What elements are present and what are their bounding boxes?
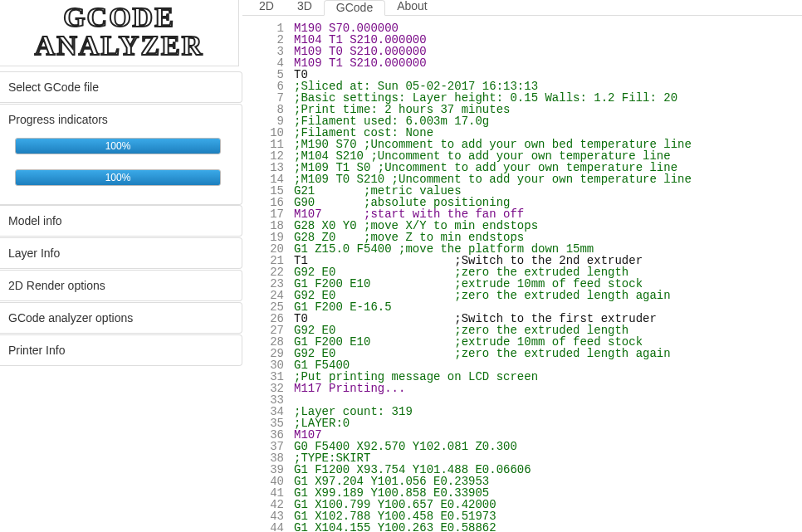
code-line[interactable]: ;Filament used: 6.003m 17.0g xyxy=(294,115,802,127)
code-line[interactable]: T1 ;Switch to the 2nd extruder xyxy=(294,255,802,266)
line-number: 36 xyxy=(242,429,284,441)
progress-indicators-title: Progress indicators xyxy=(8,113,233,126)
code-line[interactable]: G1 F200 E10 ;extrude 10mm of feed stock xyxy=(294,278,802,290)
printer-info[interactable]: Printer Info xyxy=(0,334,242,366)
layer-info[interactable]: Layer Info xyxy=(0,237,242,269)
line-number: 37 xyxy=(242,441,284,452)
line-number: 7 xyxy=(242,92,284,104)
code-line[interactable]: ;M104 S210 ;Uncomment to add your own te… xyxy=(294,150,802,162)
code-line[interactable]: M109 T0 S210.000000 xyxy=(294,46,802,57)
code-line[interactable]: M109 T1 S210.000000 xyxy=(294,57,802,69)
line-number: 8 xyxy=(242,104,284,115)
line-number: 33 xyxy=(242,394,284,406)
progress-bar-2: 100% xyxy=(15,169,221,186)
line-number: 40 xyxy=(242,476,284,487)
line-number: 29 xyxy=(242,348,284,359)
code-line[interactable]: T0 ;Switch to the first extruder xyxy=(294,313,802,325)
code-line[interactable]: ;Layer count: 319 xyxy=(294,406,802,417)
line-number: 21 xyxy=(242,255,284,266)
line-number: 20 xyxy=(242,243,284,255)
code-line[interactable]: G92 E0 ;zero the extruded length again xyxy=(294,348,802,359)
code-line[interactable]: G21 ;metric values xyxy=(294,185,802,197)
line-number: 17 xyxy=(242,208,284,220)
code-line[interactable]: T0 xyxy=(294,69,802,81)
code-line[interactable]: G28 X0 Y0 ;move X/Y to min endstops xyxy=(294,220,802,232)
line-number: 19 xyxy=(242,232,284,243)
code-line[interactable]: G92 E0 ;zero the extruded length again xyxy=(294,290,802,301)
code-line[interactable]: M190 S70.000000 xyxy=(294,22,802,34)
app-root: GCODE ANALYZER Select GCode file Progres… xyxy=(0,0,802,532)
code-line[interactable]: G1 X102.788 Y100.458 E0.51973 xyxy=(294,510,802,522)
code-line[interactable]: M107 xyxy=(294,429,802,441)
2d-render-options[interactable]: 2D Render options xyxy=(0,270,242,301)
line-number: 42 xyxy=(242,499,284,510)
code-line[interactable]: G1 X97.204 Y101.056 E0.23953 xyxy=(294,476,802,487)
code-line[interactable]: G1 X100.799 Y100.657 E0.42000 xyxy=(294,499,802,510)
code-line[interactable]: ;M190 S70 ;Uncomment to add your own bed… xyxy=(294,139,802,150)
line-number: 1 xyxy=(242,22,284,34)
code-line[interactable]: G28 Z0 ;move Z to min endstops xyxy=(294,232,802,243)
code-line[interactable]: ;M109 T0 S210 ;Uncomment to add your own… xyxy=(294,173,802,185)
code-line[interactable]: G1 X104.155 Y100.263 E0.58862 xyxy=(294,522,802,532)
code-line[interactable]: G92 E0 ;zero the extruded length xyxy=(294,266,802,278)
code-line[interactable]: ;Print time: 2 hours 37 minutes xyxy=(294,104,802,115)
code-line[interactable]: G1 F5400 xyxy=(294,359,802,371)
line-number: 14 xyxy=(242,173,284,185)
line-number: 30 xyxy=(242,359,284,371)
code-content[interactable]: M190 S70.000000M104 T1 S210.000000M109 T… xyxy=(294,16,802,532)
app-logo: GCODE ANALYZER xyxy=(0,0,239,66)
code-line[interactable]: G0 F5400 X92.570 Y102.081 Z0.300 xyxy=(294,441,802,452)
line-number: 2 xyxy=(242,34,284,46)
code-line[interactable]: ;Put printing message on LCD screen xyxy=(294,371,802,383)
code-editor[interactable]: 1234567891011121314151617181920212223242… xyxy=(242,16,802,532)
code-line[interactable]: ;Filament cost: None xyxy=(294,127,802,139)
code-line[interactable]: ;Basic settings: Layer height: 0.15 Wall… xyxy=(294,92,802,104)
sidebar: GCODE ANALYZER Select GCode file Progres… xyxy=(0,0,242,532)
logo-line-2: ANALYZER xyxy=(0,32,238,60)
logo-wrap: GCODE ANALYZER xyxy=(0,0,242,71)
code-line[interactable]: ;M109 T1 S0 ;Uncomment to add your own t… xyxy=(294,162,802,173)
line-number: 3 xyxy=(242,46,284,57)
progress-indicators-section[interactable]: Progress indicators 100% 100% xyxy=(0,104,242,205)
line-number: 31 xyxy=(242,371,284,383)
tab-3d[interactable]: 3D xyxy=(286,0,324,15)
line-number: 38 xyxy=(242,452,284,464)
tab-2d[interactable]: 2D xyxy=(247,0,286,15)
line-number: 9 xyxy=(242,115,284,127)
code-line[interactable] xyxy=(294,394,802,406)
line-number: 34 xyxy=(242,406,284,417)
main-panel: 2D 3D GCode About 1234567891011121314151… xyxy=(242,0,802,532)
line-number: 39 xyxy=(242,464,284,476)
progress-bar-1-label: 100% xyxy=(16,139,220,154)
code-line[interactable]: ;Sliced at: Sun 05-02-2017 16:13:13 xyxy=(294,81,802,92)
code-line[interactable]: M107 ;start with the fan off xyxy=(294,208,802,220)
tab-bar: 2D 3D GCode About xyxy=(242,0,802,16)
code-line[interactable]: G90 ;absolute positioning xyxy=(294,197,802,208)
line-number: 12 xyxy=(242,150,284,162)
tab-gcode[interactable]: GCode xyxy=(324,0,385,16)
progress-bar-2-label: 100% xyxy=(16,170,220,185)
line-number: 25 xyxy=(242,301,284,313)
code-line[interactable]: G1 F1200 X93.754 Y101.488 E0.06606 xyxy=(294,464,802,476)
code-line[interactable]: G1 F200 E-16.5 xyxy=(294,301,802,313)
line-number: 44 xyxy=(242,522,284,532)
line-number: 32 xyxy=(242,383,284,394)
model-info[interactable]: Model info xyxy=(0,205,242,237)
code-line[interactable]: ;LAYER:0 xyxy=(294,417,802,429)
code-line[interactable]: G1 Z15.0 F5400 ;move the platform down 1… xyxy=(294,243,802,255)
code-line[interactable]: G92 E0 ;zero the extruded length xyxy=(294,325,802,336)
code-line[interactable]: M117 Printing... xyxy=(294,383,802,394)
line-number: 11 xyxy=(242,139,284,150)
code-line[interactable]: M104 T1 S210.000000 xyxy=(294,34,802,46)
code-line[interactable]: ;TYPE:SKIRT xyxy=(294,452,802,464)
tab-about[interactable]: About xyxy=(385,0,439,15)
line-number: 6 xyxy=(242,81,284,92)
line-number: 23 xyxy=(242,278,284,290)
line-number: 13 xyxy=(242,162,284,173)
code-line[interactable]: G1 F200 E10 ;extrude 10mm of feed stock xyxy=(294,336,802,348)
gcode-analyzer-options[interactable]: GCode analyzer options xyxy=(0,302,242,334)
code-line[interactable]: G1 X99.189 Y100.858 E0.33905 xyxy=(294,487,802,499)
line-number: 35 xyxy=(242,417,284,429)
line-number: 27 xyxy=(242,325,284,336)
select-gcode-file[interactable]: Select GCode file xyxy=(0,71,242,103)
